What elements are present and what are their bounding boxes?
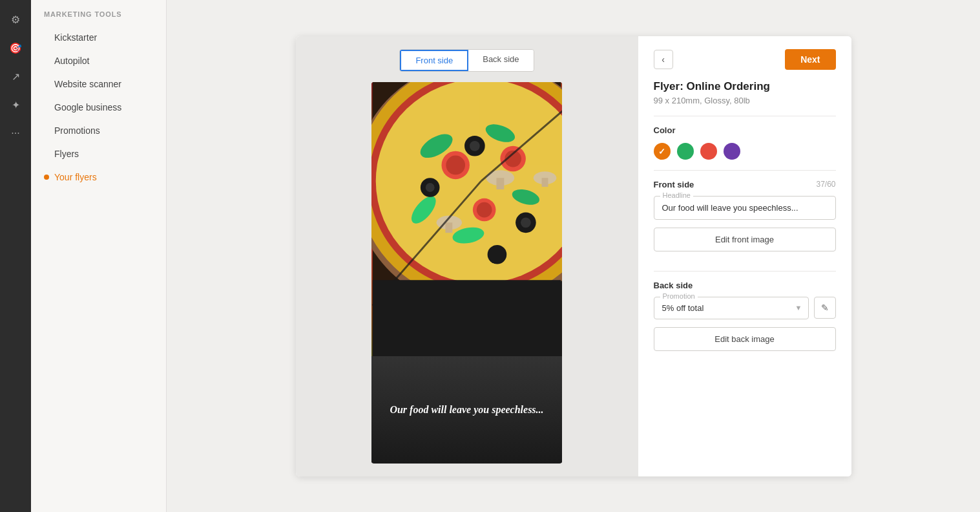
svg-point-11 [446, 155, 465, 175]
promo-row: Promotion 5% off total 10% off total Fre… [654, 297, 836, 319]
headline-field-wrapper: Headline [654, 196, 836, 220]
gear-icon[interactable]: ⚙ [4, 8, 27, 31]
dot-promotions [44, 128, 49, 133]
edit-front-image-button[interactable]: Edit front image [654, 228, 836, 251]
headline-input[interactable] [654, 196, 836, 220]
sidebar: MARKETING TOOLS Kickstarter Autopilot We… [31, 0, 167, 512]
tab-back-side[interactable]: Back side [468, 50, 533, 71]
flyer-image-top [371, 82, 562, 357]
divider-1 [654, 116, 836, 116]
tab-bar: Front side Back side [399, 49, 534, 72]
panel-header: ‹ Next [654, 49, 836, 70]
promo-select[interactable]: 5% off total 10% off total Free delivery… [654, 297, 809, 319]
sidebar-item-flyers[interactable]: Flyers [31, 142, 166, 165]
svg-point-19 [426, 183, 435, 192]
next-button[interactable]: Next [785, 49, 835, 70]
pizza-illustration [371, 82, 562, 357]
sidebar-item-kickstarter[interactable]: Kickstarter [31, 26, 166, 49]
svg-rect-24 [496, 178, 504, 189]
magic-icon[interactable]: ✦ [4, 93, 27, 116]
edit-promo-button[interactable]: ✎ [814, 297, 836, 319]
edit-back-image-button[interactable]: Edit back image [654, 327, 836, 351]
promo-select-wrapper: Promotion 5% off total 10% off total Fre… [654, 297, 809, 319]
svg-rect-31 [373, 280, 561, 357]
flyer-tagline: Our food will leave you speechless... [390, 403, 543, 417]
dot-google-business [44, 105, 49, 110]
svg-rect-28 [542, 178, 548, 187]
dot-website-scanner [44, 81, 49, 87]
color-row [654, 143, 836, 160]
sidebar-item-promotions[interactable]: Promotions [31, 119, 166, 142]
svg-point-15 [477, 202, 492, 217]
target-icon[interactable]: 🎯 [4, 36, 27, 59]
divider-2 [654, 170, 836, 171]
flyer-preview: Our food will leave you speechless... [371, 82, 562, 464]
flyer-bottom: Our food will leave you speechless... [371, 356, 562, 463]
swatch-orange[interactable] [654, 143, 671, 160]
back-button[interactable]: ‹ [654, 50, 673, 69]
sidebar-item-autopilot[interactable]: Autopilot [31, 49, 166, 72]
pencil-icon: ✎ [821, 303, 829, 313]
sidebar-item-your-flyers[interactable]: Your flyers [31, 165, 166, 189]
swatch-green[interactable] [677, 143, 694, 160]
swatch-purple[interactable] [724, 143, 740, 160]
promo-float-label: Promotion [660, 292, 698, 300]
more-icon[interactable]: ··· [4, 122, 27, 145]
svg-point-21 [521, 217, 531, 228]
sidebar-item-website-scanner[interactable]: Website scanner [31, 72, 166, 96]
chart-icon[interactable]: ↗ [4, 65, 27, 88]
front-side-title: Front side [654, 180, 694, 189]
flyer-subtitle: 99 x 210mm, Glossy, 80lb [654, 96, 836, 105]
svg-point-17 [470, 140, 480, 151]
editor-container: Front side Back side [296, 36, 851, 476]
preview-area: Front side Back side [296, 36, 638, 476]
flyer-title: Flyer: Online Ordering [654, 80, 836, 93]
front-side-header: Front side 37/60 [654, 180, 836, 189]
divider-3 [654, 271, 836, 272]
dot-kickstarter [44, 35, 49, 40]
icon-bar: ⚙ 🎯 ↗ ✦ ··· [0, 0, 31, 512]
back-side-header: Back side [654, 281, 836, 290]
color-section-label: Color [654, 125, 836, 135]
sidebar-title: MARKETING TOOLS [31, 10, 166, 26]
svg-point-22 [488, 244, 507, 264]
sidebar-item-google-business[interactable]: Google business [31, 96, 166, 119]
tab-front-side[interactable]: Front side [400, 50, 468, 71]
dot-flyers [44, 151, 49, 156]
right-panel: ‹ Next Flyer: Online Ordering 99 x 210mm… [638, 36, 851, 476]
back-side-title: Back side [654, 281, 693, 290]
front-char-count: 37/60 [816, 180, 835, 189]
dot-autopilot [44, 58, 49, 63]
swatch-red[interactable] [700, 143, 717, 160]
headline-float-label: Headline [660, 191, 693, 199]
dot-your-flyers [44, 175, 49, 180]
svg-rect-26 [445, 222, 452, 233]
main-content: Front side Back side [167, 0, 980, 512]
